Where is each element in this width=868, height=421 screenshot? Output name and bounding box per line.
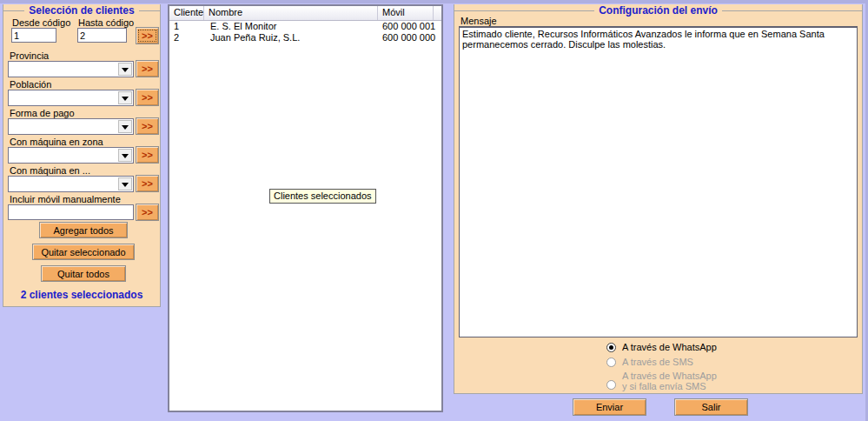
add-by-maquina-en-button[interactable]: >>: [136, 175, 159, 192]
radio-option-sms: A través de SMS: [606, 357, 693, 367]
radio-unchecked-icon: [606, 358, 616, 367]
salir-button[interactable]: Salir: [674, 398, 748, 416]
cell-movil: 600 000 001: [378, 21, 434, 32]
selected-clients-count: 2 clientes seleccionados: [3, 289, 160, 301]
table-row[interactable]: 1 E. S. El Monitor 600 000 001: [169, 21, 441, 32]
desde-codigo-label: Desde código: [12, 17, 70, 28]
send-configuration-title-text: Configuración del envío: [594, 4, 722, 17]
radio-checked-icon[interactable]: [606, 343, 616, 352]
clientes-seleccionados-tooltip: Clientes seleccionados: [269, 189, 376, 204]
add-by-maquina-zona-button[interactable]: >>: [136, 146, 159, 164]
table-row[interactable]: 2 Juan Peña Ruiz, S.L. 600 000 000: [169, 32, 441, 43]
cell-cliente: 1: [169, 21, 204, 32]
radio-whatsapp-label: A través de WhatsApp: [622, 342, 717, 352]
chevron-down-icon[interactable]: [118, 63, 132, 76]
send-configuration-panel: Configuración del envío Mensaje Estimado…: [454, 4, 863, 394]
column-header-cliente[interactable]: Cliente: [169, 6, 204, 20]
list-header: Cliente Nombre Móvil: [169, 6, 441, 21]
enviar-button[interactable]: Enviar: [573, 398, 646, 416]
provincia-select[interactable]: [8, 61, 134, 77]
cell-cliente: 2: [169, 32, 204, 43]
radio-unchecked-icon: [606, 380, 616, 390]
quitar-seleccionado-button[interactable]: Quitar seleccionado: [32, 244, 135, 260]
radio-sms-label: A través de SMS: [622, 357, 693, 367]
poblacion-label: Población: [10, 79, 51, 90]
agregar-todos-button[interactable]: Agregar todos: [39, 222, 128, 238]
cell-nombre: E. S. El Monitor: [204, 21, 378, 32]
maquina-zona-label: Con máquina en zona: [10, 137, 103, 147]
desde-codigo-input[interactable]: [11, 28, 56, 43]
client-selection-panel: Selección de clientes Desde código Hasta…: [3, 4, 161, 307]
add-by-provincia-button[interactable]: >>: [136, 60, 159, 77]
add-manual-movil-button[interactable]: >>: [136, 204, 159, 221]
client-selection-title-text: Selección de clientes: [24, 4, 138, 17]
radio-option-whatsapp-fallback-sms: A través de WhatsApp y si falla envía SM…: [606, 371, 717, 391]
add-by-code-button[interactable]: >>: [136, 27, 159, 44]
maquina-en-select[interactable]: [8, 176, 134, 192]
forma-pago-select[interactable]: [8, 118, 134, 135]
column-header-nombre[interactable]: Nombre: [204, 6, 378, 20]
hasta-codigo-label: Hasta código: [78, 17, 134, 28]
chevron-down-icon[interactable]: [118, 149, 132, 162]
add-by-forma-pago-button[interactable]: >>: [136, 117, 159, 135]
radio-option-whatsapp[interactable]: A través de WhatsApp: [606, 342, 717, 352]
incluir-movil-input[interactable]: [8, 204, 134, 220]
cell-movil: 600 000 000: [378, 32, 434, 43]
maquina-en-label: Con máquina en ...: [10, 165, 90, 176]
selected-clients-list[interactable]: Cliente Nombre Móvil 1 E. S. El Monitor …: [168, 4, 443, 412]
maquina-zona-select[interactable]: [8, 147, 134, 164]
add-by-poblacion-button[interactable]: >>: [136, 89, 159, 106]
provincia-label: Provincia: [10, 50, 49, 61]
column-header-movil[interactable]: Móvil: [378, 6, 434, 20]
incluir-movil-label: Incluir móvil manualmente: [10, 194, 121, 204]
chevron-down-icon[interactable]: [118, 177, 132, 190]
forma-pago-label: Forma de pago: [10, 108, 75, 118]
chevron-down-icon[interactable]: [118, 91, 132, 104]
poblacion-select[interactable]: [8, 90, 134, 106]
cell-nombre: Juan Peña Ruiz, S.L.: [204, 32, 378, 43]
radio-fallback-label: A través de WhatsApp y si falla envía SM…: [622, 371, 717, 391]
chevron-down-icon[interactable]: [118, 120, 132, 133]
send-configuration-title: Configuración del envío: [454, 4, 862, 17]
hasta-codigo-input[interactable]: [77, 28, 127, 43]
window-top-edge: [0, 0, 868, 3]
quitar-todos-button[interactable]: Quitar todos: [41, 265, 126, 282]
column-header-spacer: [434, 6, 441, 20]
client-selection-title: Selección de clientes: [3, 4, 160, 17]
mensaje-textarea[interactable]: Estimado cliente, Recursos Informáticos …: [459, 26, 858, 337]
sms-whatsapp-sender-window: Selección de clientes Desde código Hasta…: [0, 0, 868, 421]
mensaje-label: Mensaje: [461, 16, 497, 26]
